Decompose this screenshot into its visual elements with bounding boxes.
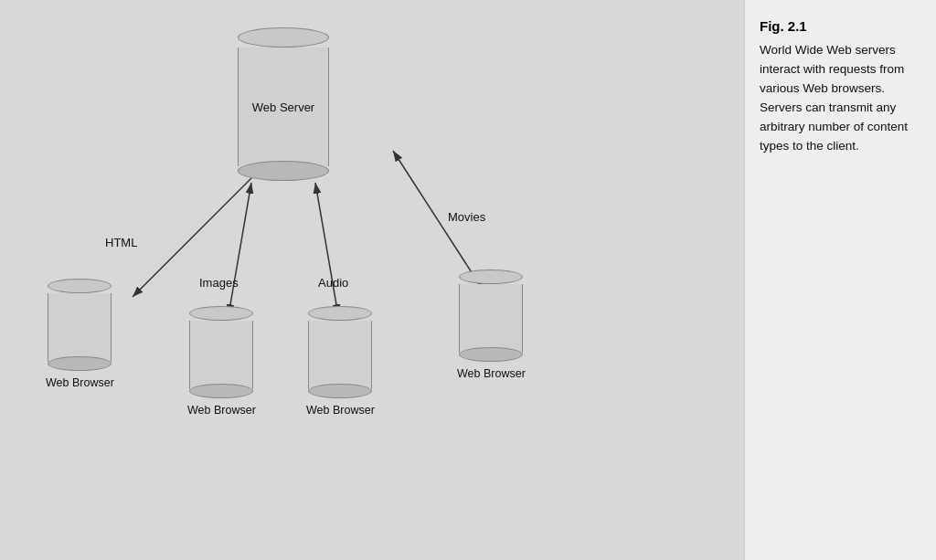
server-label: Web Server	[252, 100, 314, 114]
web-server-cylinder: Web Server	[238, 27, 329, 181]
web-browser-right: Web Browser	[457, 269, 526, 380]
audio-label: Audio	[318, 276, 348, 290]
browser-label-right: Web Browser	[457, 367, 526, 380]
browser-label-left: Web Browser	[46, 376, 114, 389]
sidebar-description: World Wide Web servers interact with req…	[760, 41, 921, 156]
browser-label-center-right: Web Browser	[306, 404, 375, 417]
svg-line-4	[315, 183, 338, 315]
browser-label-center-left: Web Browser	[187, 404, 256, 417]
images-label: Images	[199, 276, 239, 290]
web-browser-left: Web Browser	[46, 279, 114, 389]
sidebar: Fig. 2.1 World Wide Web servers interact…	[744, 0, 936, 560]
web-browser-center-left: Web Browser	[187, 306, 256, 417]
movies-label: Movies	[448, 210, 485, 224]
svg-line-3	[229, 183, 251, 315]
fig-label: Fig. 2.1	[760, 18, 921, 34]
html-label: HTML	[105, 236, 137, 249]
diagram-area: Web Server Web Browser Web Browser Web B…	[0, 0, 744, 560]
web-browser-center-right: Web Browser	[306, 306, 375, 417]
